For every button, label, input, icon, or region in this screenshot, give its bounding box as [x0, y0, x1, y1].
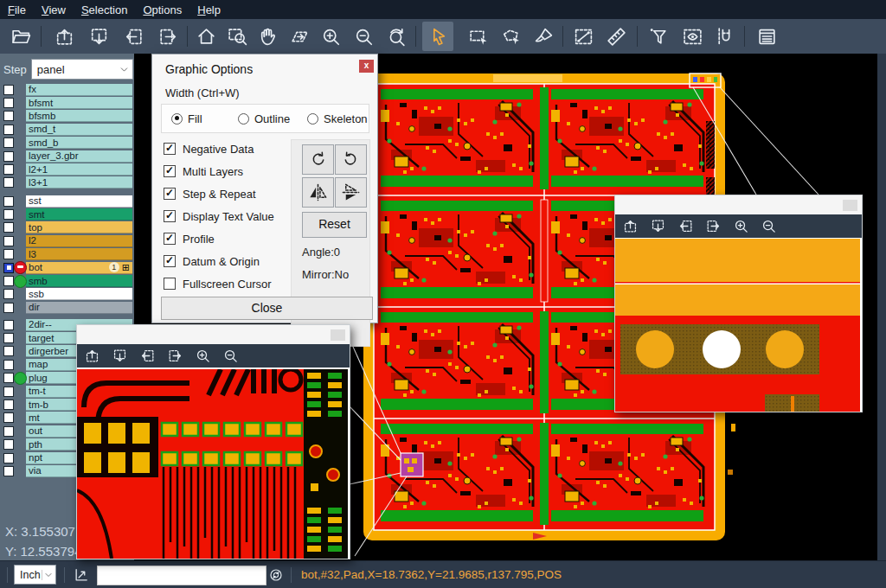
layer-row[interactable]: l3+1 — [0, 176, 134, 189]
layer-visibility-checkbox[interactable] — [3, 426, 14, 437]
layer-name[interactable]: smd_t — [26, 124, 132, 136]
layer-name[interactable]: l2+1 — [26, 163, 132, 176]
radio-dot[interactable] — [238, 113, 249, 125]
measure-distance-icon[interactable] — [569, 23, 597, 49]
layer-visibility-checkbox[interactable] — [3, 320, 14, 330]
magnifier-window-left[interactable] — [76, 324, 350, 559]
layer-name[interactable]: sst — [26, 195, 132, 208]
layer-visibility-checkbox[interactable] — [3, 236, 14, 246]
magnifier-window-right[interactable] — [614, 195, 863, 412]
zoom-area-icon[interactable] — [223, 23, 251, 49]
view-pan-icon[interactable] — [286, 23, 313, 49]
close-button[interactable]: Close — [161, 297, 373, 320]
layer-row[interactable]: layer_3.gbr — [0, 150, 134, 163]
layer-name[interactable]: top — [26, 221, 132, 233]
pan-down-icon[interactable] — [106, 347, 132, 366]
home-view-icon[interactable] — [192, 23, 220, 49]
magnifier-titlebar[interactable] — [615, 195, 862, 214]
layer-visibility-checkbox[interactable] — [3, 412, 14, 423]
layer-name[interactable]: layer_3.gbr — [26, 150, 132, 163]
layer-row[interactable]: fx — [0, 83, 134, 96]
window-button[interactable] — [331, 329, 345, 341]
pan-right-icon[interactable] — [154, 23, 182, 49]
layer-visibility-checkbox[interactable] — [3, 125, 14, 135]
pan-left-icon[interactable] — [134, 347, 160, 366]
checkbox-display-text-value[interactable]: Display Text Value — [164, 208, 274, 224]
layer-visibility-checkbox[interactable] — [3, 209, 14, 220]
checkbox-datum-origin[interactable]: Datum & Origin — [164, 253, 260, 269]
radio-skeleton[interactable]: Skeleton — [307, 105, 368, 132]
rotate-cw-button[interactable] — [302, 144, 334, 175]
select-cursor-icon[interactable] — [422, 22, 453, 51]
layer-visibility-checkbox[interactable] — [3, 98, 14, 108]
layer-name[interactable]: smb — [26, 275, 132, 287]
layer-row[interactable]: top — [0, 221, 134, 234]
origin-corner-icon[interactable] — [73, 566, 90, 584]
layer-row[interactable]: smt — [0, 208, 134, 220]
layer-row-smb[interactable]: smb — [0, 274, 134, 287]
layer-name[interactable]: smt — [26, 208, 132, 220]
layer-visibility-checkbox[interactable] — [3, 222, 14, 233]
layer-row[interactable]: smd_b — [0, 137, 134, 150]
zoom-in-icon[interactable] — [728, 217, 754, 236]
magnifier-view[interactable] — [615, 239, 860, 412]
step-dropdown[interactable]: panel — [31, 59, 133, 80]
layer-visibility-checkbox[interactable] — [3, 196, 14, 207]
hand-pan-icon[interactable] — [254, 23, 282, 49]
radio-dot[interactable] — [171, 113, 183, 125]
layer-row[interactable]: bfsmt — [0, 96, 134, 109]
layer-visibility-checkbox[interactable] — [3, 276, 14, 286]
pan-up-icon[interactable] — [617, 217, 643, 236]
radio-dot[interactable] — [307, 113, 318, 125]
zoom-out-icon[interactable] — [350, 23, 377, 49]
layer-visibility-checkbox[interactable] — [3, 111, 14, 121]
flip-horizontal-button[interactable] — [302, 177, 334, 208]
view-box-icon[interactable] — [678, 23, 706, 49]
open-folder-icon[interactable] — [7, 23, 35, 49]
layer-visibility-checkbox[interactable] — [3, 439, 14, 450]
layer-visibility-checkbox[interactable] — [3, 387, 14, 397]
checkbox-profile[interactable]: Profile — [164, 231, 215, 246]
pan-right-icon[interactable] — [162, 347, 188, 366]
layer-name[interactable]: ssb — [26, 288, 132, 300]
pan-left-icon[interactable] — [119, 23, 147, 49]
radio-fill[interactable]: Fill — [171, 105, 202, 132]
checkbox-negative-data[interactable]: Negative Data — [164, 141, 254, 157]
layer-visibility-checkbox[interactable] — [3, 263, 14, 273]
radio-outline[interactable]: Outline — [238, 105, 290, 132]
zoom-in-icon[interactable] — [189, 347, 215, 366]
checkbox-multi-layers[interactable]: Multi Layers — [164, 163, 243, 179]
pan-down-icon[interactable] — [85, 23, 112, 49]
layer-visibility-checkbox[interactable] — [3, 466, 14, 476]
rotate-ccw-button[interactable] — [335, 144, 367, 175]
window-button[interactable] — [843, 200, 857, 211]
checkbox-fullscreen-cursor[interactable]: Fullscreen Cursor — [164, 276, 272, 291]
reset-button[interactable]: Reset — [302, 212, 367, 238]
layer-row[interactable]: sst — [0, 195, 134, 208]
layer-row[interactable]: bfsmb — [0, 110, 134, 123]
zoom-out-icon[interactable] — [217, 347, 243, 366]
pan-up-icon[interactable] — [79, 347, 105, 366]
layer-visibility-checkbox[interactable] — [3, 151, 14, 162]
layer-name[interactable]: bfsmb — [26, 110, 132, 122]
pan-down-icon[interactable] — [645, 217, 671, 236]
command-input[interactable] — [97, 566, 266, 585]
zoom-out-icon[interactable] — [755, 217, 781, 236]
layer-name[interactable]: l2 — [26, 235, 132, 247]
layer-visibility-checkbox[interactable] — [3, 164, 14, 175]
pan-up-icon[interactable] — [50, 23, 78, 49]
rect-select-icon[interactable] — [464, 23, 491, 49]
layer-row[interactable]: l3 — [0, 248, 134, 261]
layer-name[interactable]: smd_b — [26, 137, 132, 149]
layer-row[interactable]: ssb — [0, 288, 134, 301]
layer-visibility-checkbox[interactable] — [3, 303, 14, 313]
layer-grid-icon[interactable]: ⊞ — [122, 263, 130, 272]
pan-right-icon[interactable] — [700, 217, 726, 236]
clean-brush-icon[interactable] — [530, 23, 557, 49]
flip-vertical-button[interactable] — [335, 177, 367, 208]
pan-left-icon[interactable] — [672, 217, 698, 236]
poly-select-icon[interactable] — [497, 23, 524, 49]
magnifier-view[interactable] — [77, 369, 348, 559]
layer-row[interactable]: smd_t — [0, 123, 134, 136]
layer-row[interactable]: l2+1 — [0, 163, 134, 176]
